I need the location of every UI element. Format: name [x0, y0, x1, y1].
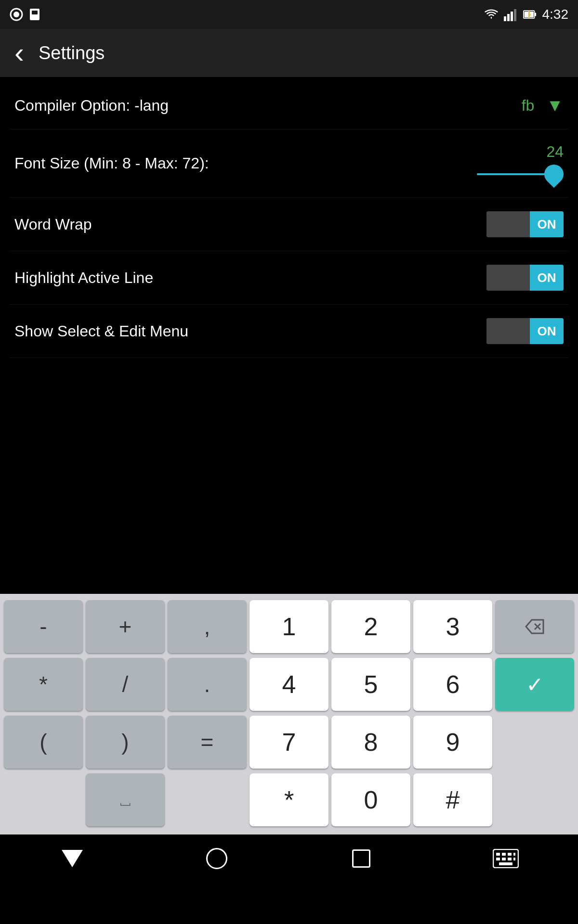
svg-rect-6 — [511, 12, 513, 21]
highlight-toggle-label: ON — [538, 270, 556, 285]
settings-content: Compiler Option: -lang fb ▼ Font Size (M… — [0, 77, 578, 363]
toggle-off-area — [486, 211, 530, 237]
key-8[interactable]: 8 — [331, 716, 410, 769]
show-select-edit-menu-row[interactable]: Show Select & Edit Menu ON — [10, 305, 568, 358]
key-slash[interactable]: / — [86, 658, 165, 711]
key-empty-2 — [4, 773, 83, 826]
status-left-icons — [10, 8, 41, 21]
font-size-control[interactable]: 24 — [467, 143, 564, 184]
toggle-on-area: ON — [530, 265, 564, 291]
key-7[interactable]: 7 — [250, 716, 328, 769]
svg-rect-16 — [496, 853, 500, 856]
slider-fill — [477, 173, 555, 175]
key-4[interactable]: 4 — [250, 658, 328, 711]
key-empty-4 — [495, 773, 574, 826]
svg-rect-23 — [513, 858, 515, 860]
font-size-value: 24 — [546, 143, 564, 161]
font-size-row[interactable]: Font Size (Min: 8 - Max: 72): 24 — [10, 129, 568, 198]
nav-recents-button[interactable] — [342, 839, 381, 878]
time-display: 4:32 — [542, 7, 569, 22]
toggle-on-area: ON — [530, 318, 564, 344]
toggle-off-area — [486, 318, 530, 344]
key-backspace[interactable] — [495, 600, 574, 653]
svg-rect-21 — [502, 858, 506, 860]
font-size-label: Font Size (Min: 8 - Max: 72): — [14, 154, 209, 172]
signal-icon — [504, 8, 517, 21]
page-title: Settings — [39, 43, 105, 64]
show-select-edit-menu-label: Show Select & Edit Menu — [14, 322, 188, 340]
show-select-edit-menu-toggle[interactable]: ON — [486, 318, 564, 344]
keyboard-row-4: ⎵ * 0 # — [2, 772, 576, 828]
svg-rect-7 — [514, 9, 516, 21]
svg-rect-9 — [534, 13, 536, 16]
key-0[interactable]: 0 — [331, 773, 410, 826]
word-wrap-row[interactable]: Word Wrap ON — [10, 198, 568, 251]
highlight-active-line-row[interactable]: Highlight Active Line ON — [10, 251, 568, 305]
compiler-option-label: Compiler Option: -lang — [14, 97, 169, 115]
svg-rect-3 — [32, 11, 38, 14]
svg-rect-20 — [496, 858, 500, 860]
svg-point-1 — [13, 12, 19, 17]
wifi-icon — [485, 8, 498, 21]
toggle-off-area — [486, 265, 530, 291]
svg-rect-4 — [504, 16, 506, 21]
key-star[interactable]: * — [250, 773, 328, 826]
key-asterisk-op[interactable]: * — [4, 658, 83, 711]
key-empty-3 — [168, 773, 247, 826]
key-comma[interactable]: , — [168, 600, 247, 653]
status-right-icons: 4:32 — [485, 7, 569, 22]
word-wrap-toggle-label: ON — [538, 217, 556, 232]
key-period[interactable]: . — [168, 658, 247, 711]
font-size-slider[interactable] — [477, 165, 564, 184]
home-circle-icon — [206, 848, 227, 869]
back-triangle-icon — [62, 850, 83, 867]
key-3[interactable]: 3 — [413, 600, 492, 653]
key-close-paren[interactable]: ) — [86, 716, 165, 769]
svg-rect-24 — [499, 862, 512, 865]
key-plus[interactable]: + — [86, 600, 165, 653]
key-2[interactable]: 2 — [331, 600, 410, 653]
word-wrap-label: Word Wrap — [14, 216, 92, 233]
key-open-paren[interactable]: ( — [4, 716, 83, 769]
svg-rect-22 — [508, 858, 512, 860]
svg-rect-19 — [513, 853, 515, 856]
back-button[interactable]: ‹ — [10, 34, 29, 72]
key-hash[interactable]: # — [413, 773, 492, 826]
key-space[interactable]: ⎵ — [86, 773, 165, 826]
svg-rect-17 — [502, 853, 506, 856]
keyboard-row-2: * / . 4 5 6 ✓ — [2, 656, 576, 712]
dropdown-arrow-icon[interactable]: ▼ — [546, 95, 564, 116]
key-empty-1 — [495, 716, 574, 769]
select-edit-toggle-label: ON — [538, 324, 556, 339]
nav-keyboard-button[interactable] — [486, 839, 525, 878]
svg-rect-18 — [508, 853, 512, 856]
toggle-on-area: ON — [530, 211, 564, 237]
sim-icon — [28, 8, 41, 21]
key-6[interactable]: 6 — [413, 658, 492, 711]
toolbar: ‹ Settings — [0, 29, 578, 77]
nav-home-button[interactable] — [197, 839, 236, 878]
svg-rect-5 — [507, 14, 510, 21]
nav-back-button[interactable] — [53, 839, 92, 878]
compiler-option-row[interactable]: Compiler Option: -lang fb ▼ — [10, 82, 568, 129]
key-9[interactable]: 9 — [413, 716, 492, 769]
keyboard-row-1: - + , 1 2 3 — [2, 599, 576, 654]
key-check[interactable]: ✓ — [495, 658, 574, 711]
recents-square-icon — [352, 849, 370, 868]
navigation-bar — [0, 834, 578, 883]
key-minus[interactable]: - — [4, 600, 83, 653]
highlight-active-line-toggle[interactable]: ON — [486, 265, 564, 291]
compiler-option-right: fb ▼ — [522, 95, 564, 116]
compiler-option-value: fb — [522, 97, 535, 115]
battery-icon — [523, 8, 537, 21]
key-5[interactable]: 5 — [331, 658, 410, 711]
key-equals[interactable]: = — [168, 716, 247, 769]
word-wrap-toggle[interactable]: ON — [486, 211, 564, 237]
notification-icon — [10, 8, 23, 21]
empty-content-area — [0, 363, 578, 594]
key-1[interactable]: 1 — [250, 600, 328, 653]
highlight-active-line-label: Highlight Active Line — [14, 269, 153, 287]
slider-thumb[interactable] — [540, 161, 568, 188]
keyboard-row-3: ( ) = 7 8 9 — [2, 714, 576, 770]
keyboard-area: - + , 1 2 3 * / . 4 5 6 ✓ ( ) = 7 8 9 — [0, 594, 578, 834]
